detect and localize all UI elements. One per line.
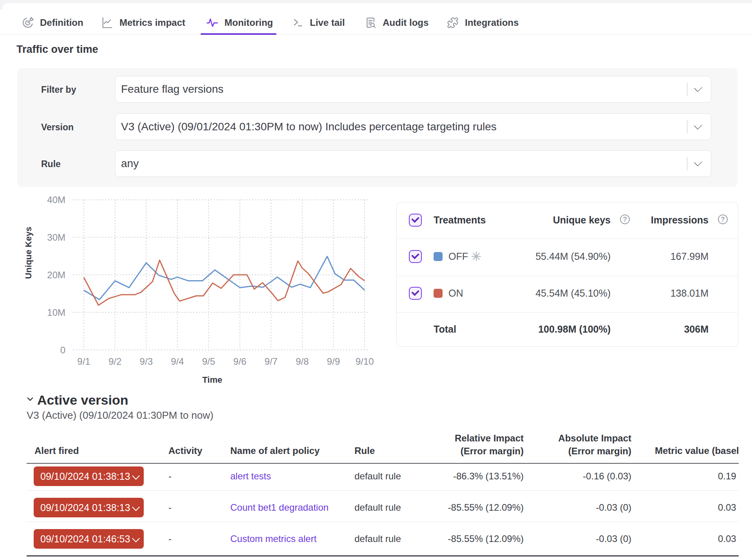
svg-text:9/4: 9/4	[171, 356, 184, 367]
svg-text:30M: 30M	[47, 232, 65, 243]
svg-text:Unique Keys: Unique Keys	[24, 227, 33, 279]
svg-text:9/7: 9/7	[264, 356, 277, 367]
svg-text:20M: 20M	[47, 270, 65, 280]
svg-text:Time: Time	[202, 375, 222, 385]
svg-text:9/9: 9/9	[327, 356, 340, 367]
svg-text:9/2: 9/2	[108, 356, 121, 367]
svg-text:40M: 40M	[47, 194, 65, 205]
svg-text:9/3: 9/3	[140, 356, 153, 367]
svg-text:9/10: 9/10	[356, 356, 374, 367]
svg-text:0: 0	[60, 345, 65, 355]
svg-text:9/8: 9/8	[296, 356, 309, 367]
svg-text:10M: 10M	[47, 307, 65, 318]
svg-text:9/6: 9/6	[233, 356, 246, 367]
svg-text:9/5: 9/5	[202, 356, 215, 367]
svg-text:9/1: 9/1	[77, 356, 90, 367]
